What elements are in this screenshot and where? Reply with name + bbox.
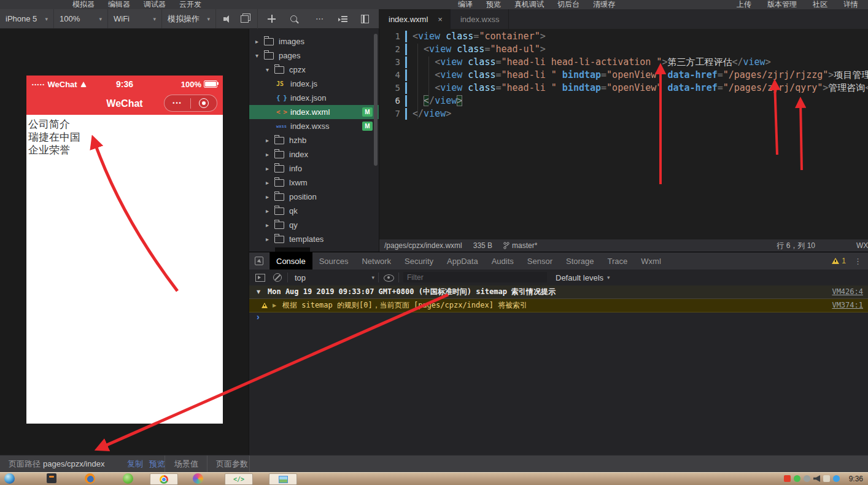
collapse-sidebar-icon[interactable]: [361, 15, 369, 23]
taskbar-clock[interactable]: 9:36: [849, 475, 863, 483]
live-expression-icon[interactable]: [384, 274, 394, 282]
menu-item-版本管理[interactable]: 版本管理: [767, 0, 797, 10]
network-selector[interactable]: WiFi▾: [108, 9, 162, 28]
menu-item-云开发[interactable]: 云开发: [179, 0, 201, 10]
tree-item-position[interactable]: position: [249, 190, 379, 204]
twisty-icon[interactable]: [255, 52, 264, 59]
search-icon[interactable]: [290, 15, 297, 22]
devtools-tab-network[interactable]: Network: [355, 252, 398, 270]
scene-label[interactable]: 场景值: [174, 456, 198, 472]
editor-tab-index.wxss[interactable]: index.wxss: [451, 9, 509, 29]
devtools-tab-storage[interactable]: Storage: [559, 252, 601, 270]
menu-item-详情[interactable]: 详情: [843, 0, 858, 10]
menu-item-切后台[interactable]: 切后台: [557, 0, 579, 10]
operations-selector[interactable]: 模拟操作▾: [162, 9, 216, 28]
twisty-icon[interactable]: [266, 193, 274, 200]
disclosure-icon[interactable]: [257, 285, 260, 298]
tree-item-index.wxml[interactable]: < >index.wxmlM: [249, 105, 379, 119]
console-filter-input[interactable]: [403, 272, 547, 282]
source-link[interactable]: VM374:1: [832, 299, 863, 312]
device-selector[interactable]: iPhone 5▾: [0, 9, 54, 28]
code-editor[interactable]: 1<view class="container">2 <view class="…: [379, 29, 868, 239]
menu-link[interactable]: 企业荣誉: [28, 144, 223, 157]
devtools-tab-trace[interactable]: Trace: [601, 252, 635, 270]
add-file-icon[interactable]: [268, 15, 276, 23]
tree-item-index.wxss[interactable]: wxssindex.wxssM: [249, 119, 379, 133]
status-gray-tray-icon[interactable]: [804, 475, 810, 482]
panel-divider[interactable]: [379, 29, 379, 252]
preview-path-link[interactable]: 预览: [149, 456, 165, 472]
start-icon[interactable]: [4, 473, 15, 484]
code-line[interactable]: 3 <view class="head-li head-li-activatio…: [379, 56, 868, 69]
context-selector[interactable]: top▾: [295, 270, 374, 285]
warning-count-badge[interactable]: 1: [832, 252, 846, 270]
devtools-tab-sources[interactable]: Sources: [312, 252, 355, 270]
devtools-tab-appdata[interactable]: AppData: [440, 252, 485, 270]
more-options-icon[interactable]: [316, 14, 324, 23]
twisty-icon[interactable]: [266, 208, 274, 214]
devtools-tab-security[interactable]: Security: [398, 252, 440, 270]
panel-divider[interactable]: [249, 29, 249, 455]
editor-tab-index.wxml[interactable]: index.wxml: [379, 9, 451, 29]
tree-item-qk[interactable]: qk: [249, 204, 379, 218]
twisty-icon[interactable]: [266, 222, 274, 228]
code-line[interactable]: 1<view class="container">: [379, 30, 868, 43]
menu-item-编辑器[interactable]: 编辑器: [108, 0, 130, 10]
twisty-icon[interactable]: [266, 236, 274, 243]
log-levels-selector[interactable]: Default levels▾: [556, 270, 610, 285]
tree-item-index.js[interactable]: JSindex.js: [249, 77, 379, 91]
outline-icon[interactable]: [339, 16, 347, 22]
sogou-input-tray-icon[interactable]: [784, 475, 791, 482]
twisty-icon[interactable]: [266, 179, 274, 186]
tree-item-qy[interactable]: qy: [249, 218, 379, 232]
colorful-app-icon[interactable]: [193, 473, 203, 484]
menu-item-清缓存[interactable]: 清缓存: [593, 0, 615, 10]
menu-link[interactable]: 瑞捷在中国: [28, 131, 223, 144]
chrome-icon[interactable]: [150, 473, 178, 485]
close-icon[interactable]: [438, 15, 443, 24]
sublime-icon[interactable]: [47, 473, 56, 483]
sound-icon[interactable]: [223, 15, 232, 23]
menu-item-真机调试[interactable]: 真机调试: [514, 0, 544, 10]
tree-item-cpzx[interactable]: cpzx: [249, 63, 379, 77]
console-prompt[interactable]: [249, 311, 868, 324]
image-viewer-icon[interactable]: [269, 473, 297, 485]
twisty-icon[interactable]: [266, 66, 274, 73]
code-line[interactable]: 4 <view class="head-li " bindtap="openVi…: [379, 69, 868, 82]
menu-link[interactable]: 公司简介: [28, 118, 223, 131]
menu-item-上传[interactable]: 上传: [737, 0, 751, 10]
twisty-icon[interactable]: [266, 165, 274, 172]
exit-record-icon[interactable]: [191, 98, 217, 108]
tree-item-info[interactable]: info: [249, 161, 379, 176]
cursor-position[interactable]: 行 6，列 10: [777, 239, 815, 252]
copy-path-link[interactable]: 复制: [127, 456, 143, 472]
tree-item-index[interactable]: index: [249, 147, 379, 161]
menu-item-调试器[interactable]: 调试器: [144, 0, 166, 10]
menu-item-模拟器[interactable]: 模拟器: [72, 0, 95, 10]
code-line[interactable]: 7</view>: [379, 107, 868, 120]
git-branch[interactable]: master*: [503, 241, 537, 250]
more-menu-icon[interactable]: •••: [165, 100, 190, 106]
console-sidebar-icon[interactable]: [255, 274, 265, 282]
tree-horizontal-scrollbar[interactable]: [275, 247, 310, 252]
wechat-tray-icon[interactable]: [794, 475, 800, 482]
menu-item-社区[interactable]: 社区: [813, 0, 827, 10]
code-line[interactable]: 2 <view class="head-ul">: [379, 43, 868, 56]
twisty-icon[interactable]: [266, 137, 274, 144]
tree-item-templates[interactable]: templates: [249, 232, 379, 246]
code-line[interactable]: 6 </view>: [379, 95, 868, 107]
zoom-selector[interactable]: 100%▾: [54, 9, 108, 28]
disclosure-icon[interactable]: [273, 299, 276, 312]
devtools-tab-console[interactable]: Console: [269, 252, 312, 270]
inspect-element-icon[interactable]: [249, 252, 269, 270]
twisty-icon[interactable]: [266, 151, 274, 158]
devtools-tab-wxml[interactable]: Wxml: [634, 252, 668, 270]
capsule-button[interactable]: •••: [164, 95, 217, 112]
plug-tray-icon[interactable]: [823, 475, 830, 482]
page-params-label[interactable]: 页面参数: [216, 456, 248, 472]
tree-item-hzhb[interactable]: hzhb: [249, 133, 379, 147]
tree-item-index.json[interactable]: { }index.json: [249, 91, 379, 105]
firefox-icon[interactable]: [85, 473, 95, 484]
multi-window-icon[interactable]: [241, 15, 249, 23]
language-mode[interactable]: WXML: [856, 239, 868, 252]
